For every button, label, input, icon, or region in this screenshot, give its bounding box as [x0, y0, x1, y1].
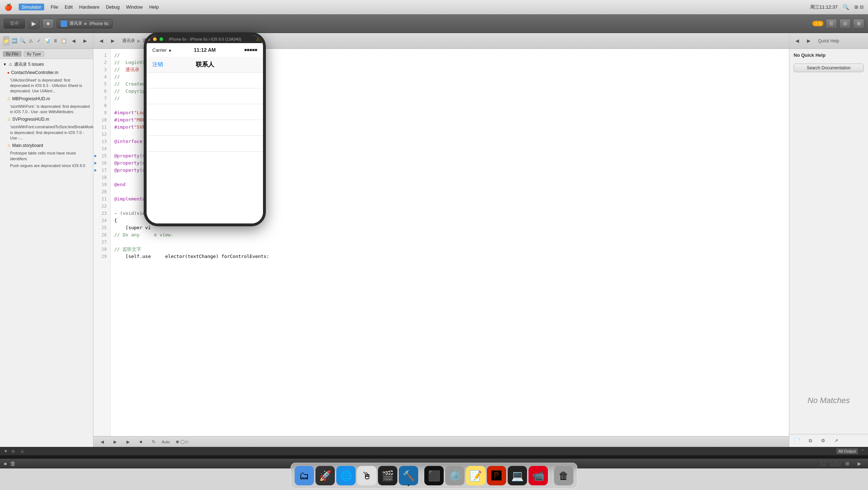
search-documentation-button[interactable]: Search Documentation	[794, 64, 864, 72]
dock-mouse[interactable]: 🖱	[357, 466, 377, 485]
nav-tree: ▼ ⚠ 通讯录 5 issues ● ContactViewController…	[0, 59, 93, 447]
debug-no-filter[interactable]: ⊙	[9, 448, 17, 454]
sim-nav-left-btn[interactable]: 注销	[152, 61, 163, 68]
nav-item-contactvc[interactable]: ● ContactViewController.m	[0, 69, 93, 77]
run-button[interactable]: ▶	[28, 19, 40, 29]
debug-view-grid[interactable]: ⊞	[842, 459, 852, 469]
dock-finder[interactable]: 🗂	[295, 466, 314, 485]
debug-trash-icon[interactable]: 🗑	[10, 461, 16, 467]
view-toggle-right[interactable]: ⊞	[853, 19, 864, 29]
nav-item-mainstoryboard[interactable]: ⚠ Main.storyboard	[0, 142, 93, 150]
qh-prev[interactable]: ◀	[792, 36, 802, 46]
qh-bottom-copy[interactable]: ⧉	[805, 436, 815, 446]
scheme-selector[interactable]: 通讯录 ▶ iPhone 6s	[57, 19, 112, 28]
nav-tab-issues[interactable]: ⚠	[28, 36, 34, 46]
sim-titlebar: iPhone 6s - iPhone 6s / iOS 9.0 (13A340)…	[147, 35, 263, 43]
menu-window[interactable]: Window	[126, 4, 143, 10]
stop-button[interactable]: ■	[42, 19, 54, 29]
nav-tab-find[interactable]: 🔍	[19, 36, 26, 46]
qh-next[interactable]: ▶	[804, 36, 814, 46]
editor-bottom-stop[interactable]: ■	[136, 437, 146, 447]
dock-launchpad[interactable]: 🚀	[315, 466, 335, 485]
nav-tab-debug[interactable]: 📊	[44, 36, 51, 46]
debug-view-single[interactable]: ⬛	[818, 459, 828, 469]
sim-row-3	[147, 104, 263, 120]
nav-group-tongxunlu[interactable]: ▼ ⚠ 通讯录 5 issues	[0, 60, 93, 69]
nav-tab-files[interactable]: 📁	[3, 36, 10, 46]
editor-bottom-view-ctrl[interactable]: ◉◯▷	[176, 439, 189, 444]
menu-bar-right: 周三11:12:37 🔍 ⊞ ⊟	[810, 4, 864, 10]
menu-debug[interactable]: Debug	[106, 4, 120, 10]
editor-tab-prev[interactable]: ◀	[96, 36, 106, 46]
sim-maximize-btn[interactable]	[160, 37, 163, 41]
debug-view-split[interactable]: ⬛⬛	[830, 459, 840, 469]
editor-bottom-prev[interactable]: ◀	[97, 437, 107, 447]
debug-tab-all-output[interactable]: All Output	[836, 448, 858, 454]
dock-player[interactable]: 📹	[528, 466, 548, 485]
view-toggle-left[interactable]: ☰	[826, 19, 837, 29]
dock-parallels[interactable]: 🅿	[487, 466, 506, 485]
breadcrumb-tongxunlu1[interactable]: 通讯录	[122, 38, 135, 44]
nav-tab-test[interactable]: ✓	[36, 36, 43, 46]
nav-warn-contactvc: 'UIActionSheet' is deprecated: first dep…	[0, 77, 93, 95]
menu-hardware[interactable]: Hardware	[79, 4, 99, 10]
qh-bottom-file[interactable]: 📄	[792, 436, 802, 446]
editor-tab-next[interactable]: ▶	[108, 36, 118, 46]
search-icon[interactable]: 🔍	[842, 4, 849, 10]
qh-bottom-arrow[interactable]: ↗	[831, 436, 841, 446]
editor-bottom-bar: ◀ ▶ ▶ ■ ↻ Auto ◉◯▷	[93, 436, 789, 447]
debug-tabs: ▼ ⊙ ⚠ All Output ⌃	[0, 447, 868, 456]
pause-button[interactable]: 暂停	[4, 19, 25, 29]
nav-tab-breakpoints[interactable]: ⏸	[52, 36, 59, 46]
dock-screen[interactable]: 💻	[508, 466, 527, 485]
apple-menu[interactable]: 🍎	[4, 3, 12, 11]
sim-window-title: iPhone 6s - iPhone 6s / iOS 9.0 (13A340)	[169, 37, 241, 41]
navigator-panel: 📁 🔤 🔍 ⚠ ✓ 📊 ⏸ 📋 ◀ ▶ By File By Type	[0, 33, 93, 447]
editor-bottom-play[interactable]: ▶	[123, 437, 133, 447]
line-num-12: 12	[93, 131, 110, 138]
dock-video[interactable]: 🎬	[378, 466, 397, 485]
line-num-5: 5	[93, 80, 110, 88]
line-numbers: 1 2 3 4 5 6 7 8 9 10 11 12 13 14 15 16 1	[93, 49, 111, 436]
editor-bottom-next[interactable]: ▶	[110, 437, 120, 447]
nav-item-svprogress[interactable]: ⚠ SVProgressHUD.m	[0, 115, 93, 124]
nav-tab-symbols[interactable]: 🔤	[11, 36, 18, 46]
nav-tab-reports[interactable]: 📋	[60, 36, 67, 46]
menu-edit[interactable]: Edit	[65, 4, 73, 10]
nav-prev[interactable]: ◀	[69, 36, 79, 46]
dock-safari[interactable]: 🌐	[336, 466, 356, 485]
debug-up-icon[interactable]: ⌃	[861, 449, 864, 454]
filter-by-type[interactable]: By Type	[24, 51, 45, 57]
qh-tabs: ◀ ▶ Quick Help	[789, 33, 868, 49]
dock-xcode[interactable]: 🔨	[399, 466, 418, 485]
dock-trash[interactable]: 🗑	[554, 466, 573, 485]
navigator-tabs: 📁 🔤 🔍 ⚠ ✓ 📊 ⏸ 📋 ◀ ▶	[0, 33, 93, 49]
menu-help[interactable]: Help	[149, 4, 159, 10]
nav-next[interactable]: ▶	[80, 36, 90, 46]
editor-bottom-auto[interactable]: Auto	[162, 440, 170, 444]
sim-screen: Carrier ▲ 11:12 AM ■■■■■ 注销 联系人	[147, 43, 263, 223]
view-toggle-center[interactable]: ⊟	[839, 19, 851, 29]
line-num-13: 13	[93, 138, 110, 145]
dock-settings[interactable]: ⚙️	[445, 466, 465, 485]
editor-bottom-refresh[interactable]: ↻	[149, 437, 159, 447]
debug-circle-icon: ●	[4, 461, 7, 467]
qh-no-quick-help: No Quick Help	[789, 49, 868, 60]
nav-item-mbprogress[interactable]: ⚠ MBProgressHUD.m	[0, 95, 93, 103]
debug-view-right[interactable]: ▶	[854, 459, 864, 469]
nav-warn-mbprogress: 'sizeWithFont:' is deprecated: first dep…	[0, 103, 93, 116]
qh-bottom-gear[interactable]: ⚙	[818, 436, 828, 446]
line-num-19: 19	[93, 181, 110, 188]
debug-filter-warnings[interactable]: ⚠	[18, 448, 26, 454]
menu-simulator[interactable]: Simulator	[19, 4, 44, 10]
sim-minimize-btn[interactable]	[153, 37, 157, 41]
dock-terminal[interactable]: ⬛	[424, 466, 444, 485]
sim-close-btn[interactable]	[147, 37, 150, 41]
scheme-name: 通讯录	[69, 20, 82, 27]
filter-by-file[interactable]: By File	[3, 51, 22, 57]
sim-row-5	[147, 136, 263, 152]
menu-file[interactable]: File	[51, 4, 58, 10]
code-line-27	[111, 239, 789, 246]
dock-notes[interactable]: 📝	[466, 466, 485, 485]
sim-wifi-icon: ▲	[168, 48, 172, 52]
